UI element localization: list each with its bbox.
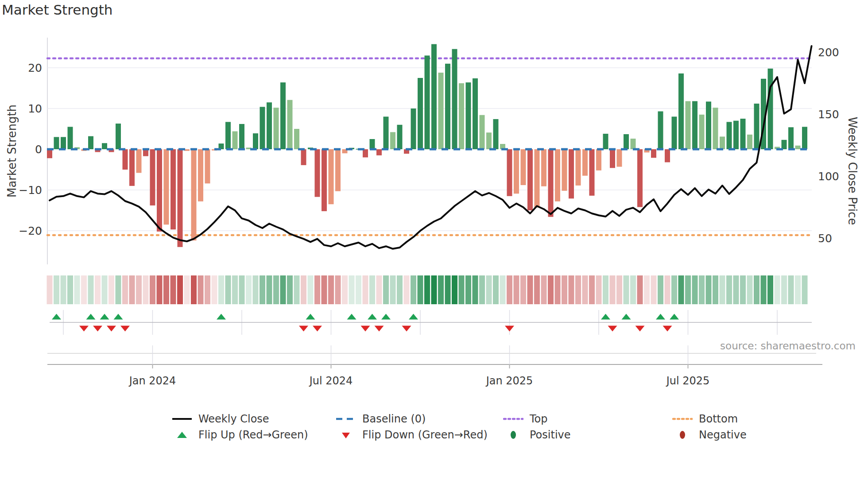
legend-row-markers: Flip Up (Red→Green) Flip Down (Green→Red… bbox=[0, 426, 868, 444]
flip-down-marker bbox=[608, 326, 617, 332]
heatmap-cell bbox=[747, 275, 753, 304]
legend-label: Weekly Close bbox=[198, 413, 269, 425]
strength-bar bbox=[198, 149, 203, 201]
legend-label: Positive bbox=[530, 429, 571, 441]
x-axis-tick-label: Jul 2025 bbox=[666, 375, 710, 387]
strength-bar bbox=[301, 149, 306, 165]
strength-bar bbox=[713, 108, 718, 149]
heatmap-cell bbox=[720, 275, 725, 304]
heatmap-cell bbox=[108, 275, 114, 304]
heatmap-cell bbox=[205, 275, 210, 304]
strength-bar bbox=[329, 149, 334, 204]
heatmap-cell bbox=[733, 275, 739, 304]
strength-bar bbox=[438, 73, 444, 149]
heatmap-cell bbox=[191, 275, 197, 304]
strength-bar bbox=[136, 149, 142, 173]
y-axis-tick-label: 0 bbox=[35, 143, 42, 156]
heatmap-cell bbox=[383, 275, 389, 304]
heatmap-cell bbox=[239, 275, 245, 304]
legend-label: Negative bbox=[699, 429, 747, 441]
strength-bar bbox=[370, 139, 375, 149]
heatmap-cell bbox=[465, 275, 471, 304]
heatmap-cell bbox=[122, 275, 128, 304]
heatmap-cell bbox=[527, 275, 533, 304]
price-axis-tick-label: 150 bbox=[818, 108, 839, 121]
flip-down-marker bbox=[636, 326, 645, 332]
flip-down-marker bbox=[505, 326, 514, 332]
heatmap-cell bbox=[150, 275, 155, 304]
strength-bar bbox=[267, 102, 272, 149]
heatmap-cell bbox=[671, 275, 677, 304]
strength-bar bbox=[418, 78, 423, 149]
heatmap-cell bbox=[273, 275, 279, 304]
legend-label: Flip Up (Red→Green) bbox=[198, 429, 308, 441]
heatmap-cell bbox=[232, 275, 238, 304]
heatmap-cell bbox=[95, 275, 101, 304]
strength-bar bbox=[631, 139, 636, 149]
flip-up-marker bbox=[217, 314, 226, 320]
strength-bar bbox=[116, 124, 121, 149]
heatmap-cell bbox=[397, 275, 403, 304]
heatmap-cell bbox=[294, 275, 300, 304]
heatmap-cell bbox=[616, 275, 622, 304]
heatmap-cell bbox=[328, 275, 334, 304]
flip-up-marker bbox=[381, 314, 391, 320]
heatmap-cell bbox=[486, 275, 492, 304]
heatmap-cell bbox=[637, 275, 643, 304]
heatmap-cell bbox=[129, 275, 135, 304]
strength-bar bbox=[576, 149, 581, 186]
heatmap-cell bbox=[102, 275, 108, 304]
strength-bar bbox=[692, 101, 698, 149]
flip-down-marker bbox=[79, 326, 89, 332]
flip-up-marker bbox=[409, 314, 418, 320]
positive-dot-icon bbox=[503, 429, 523, 441]
heatmap-cell bbox=[569, 275, 574, 304]
strength-bar bbox=[294, 129, 299, 149]
heatmap-cell bbox=[88, 275, 94, 304]
strength-bar bbox=[88, 136, 93, 149]
heatmap-cell bbox=[418, 275, 423, 304]
heatmap-cell bbox=[61, 275, 66, 304]
heatmap-cell bbox=[116, 275, 121, 304]
heatmap-cell bbox=[411, 275, 416, 304]
legend-item-positive: Positive bbox=[503, 426, 571, 444]
strength-bar bbox=[589, 149, 595, 196]
baseline-dash-icon bbox=[336, 413, 356, 425]
heatmap-cell bbox=[692, 275, 698, 304]
top-dotted-line-icon bbox=[503, 413, 523, 425]
flip-up-marker bbox=[52, 314, 61, 320]
legend-label: Flip Down (Green→Red) bbox=[362, 429, 488, 441]
heatmap-cell bbox=[665, 275, 670, 304]
heatmap-cell bbox=[726, 275, 732, 304]
negative-dot-icon bbox=[672, 429, 693, 441]
strength-bar bbox=[170, 149, 176, 229]
heatmap-cell bbox=[177, 275, 183, 304]
flip-up-marker bbox=[86, 314, 96, 320]
strength-bar bbox=[665, 149, 670, 162]
heatmap-cell bbox=[67, 275, 73, 304]
strength-bar bbox=[376, 149, 382, 155]
strength-bar bbox=[596, 149, 601, 170]
strength-bar bbox=[788, 127, 794, 149]
strength-bar bbox=[473, 78, 478, 149]
strength-bar bbox=[740, 119, 746, 149]
heatmap-cell bbox=[157, 275, 163, 304]
page-title: Market Strength bbox=[2, 2, 113, 18]
strength-bar bbox=[384, 116, 389, 149]
strength-bar bbox=[686, 101, 691, 149]
heatmap-cell bbox=[610, 275, 616, 304]
heatmap-cell bbox=[500, 275, 506, 304]
heatmap-cell bbox=[678, 275, 684, 304]
strength-bar bbox=[706, 101, 711, 149]
strength-bar bbox=[54, 137, 59, 149]
heatmap-cell bbox=[761, 275, 767, 304]
strength-bar bbox=[802, 127, 807, 149]
strength-bar bbox=[569, 149, 574, 198]
flip-down-marker bbox=[375, 326, 384, 332]
legend-row-lines: Weekly Close Baseline (0) Top Bottom bbox=[0, 410, 868, 428]
strength-bar bbox=[624, 134, 629, 149]
heatmap-cell bbox=[603, 275, 608, 304]
strength-bar bbox=[617, 149, 622, 167]
heatmap-cell bbox=[589, 275, 595, 304]
heatmap-cell bbox=[335, 275, 341, 304]
